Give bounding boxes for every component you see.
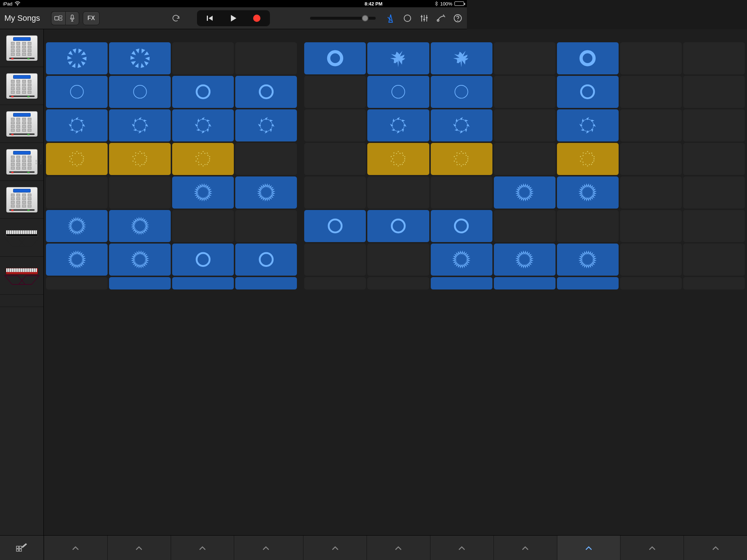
loop-cell[interactable] [304, 42, 366, 74]
svg-point-113 [405, 156, 405, 157]
loop-cell[interactable] [431, 244, 467, 276]
loop-cell[interactable] [109, 244, 171, 276]
empty-cell[interactable] [46, 176, 108, 209]
empty-cell[interactable] [367, 176, 429, 209]
settings-button[interactable] [436, 13, 446, 23]
loop-cell[interactable] [46, 109, 108, 141]
undo-button[interactable] [171, 13, 181, 23]
track-header[interactable] [0, 257, 43, 295]
svg-point-23 [260, 85, 272, 98]
svg-point-93 [209, 156, 210, 157]
mixer-button[interactable] [419, 13, 429, 23]
loop-cell[interactable] [172, 277, 234, 289]
loop-cell[interactable] [172, 76, 234, 108]
empty-cell[interactable] [235, 42, 297, 74]
loop-cell[interactable] [367, 109, 429, 141]
empty-cell[interactable] [431, 176, 467, 209]
loop-cell[interactable] [46, 143, 108, 175]
loop-cell[interactable] [235, 277, 297, 289]
empty-cell[interactable] [235, 143, 297, 175]
track-header[interactable] [0, 181, 43, 219]
battery-icon [454, 1, 464, 6]
svg-point-42 [72, 162, 73, 163]
loop-cell[interactable] [235, 176, 297, 209]
empty-cell[interactable] [304, 277, 366, 289]
loop-cell[interactable] [367, 42, 429, 74]
svg-point-55 [146, 161, 147, 162]
loop-cell[interactable] [304, 210, 366, 242]
empty-cell[interactable] [304, 143, 366, 175]
help-button[interactable] [453, 13, 462, 23]
svg-point-65 [132, 156, 133, 157]
svg-rect-13 [426, 17, 428, 18]
loop-cell[interactable] [46, 76, 108, 108]
track-header[interactable] [0, 67, 43, 105]
loop-cell[interactable] [109, 210, 171, 242]
loop-button[interactable] [403, 13, 412, 23]
loop-cell[interactable] [46, 42, 108, 74]
loop-cell[interactable] [172, 176, 234, 209]
browser-button[interactable] [51, 11, 65, 25]
track-header[interactable]: ⋮⋮ [0, 143, 43, 181]
svg-point-84 [197, 159, 198, 159]
svg-point-128 [459, 153, 460, 154]
svg-point-22 [197, 85, 209, 98]
loop-cell[interactable] [431, 210, 467, 242]
empty-cell[interactable] [304, 176, 366, 209]
record-button[interactable] [245, 12, 268, 25]
svg-point-126 [457, 155, 457, 156]
loop-cell[interactable] [367, 76, 429, 108]
empty-cell[interactable] [367, 277, 429, 289]
loop-cell[interactable] [46, 210, 108, 242]
svg-rect-5 [207, 16, 208, 21]
back-button[interactable]: My Songs [4, 13, 40, 23]
play-button[interactable] [222, 12, 245, 25]
playhead-knob[interactable] [362, 15, 368, 22]
loop-cell[interactable] [431, 109, 467, 141]
track-header[interactable] [0, 105, 43, 143]
svg-point-38 [78, 164, 79, 165]
toolbar: My Songs FX [0, 7, 467, 29]
empty-cell[interactable] [109, 176, 171, 209]
empty-cell[interactable] [235, 210, 297, 242]
loop-cell[interactable] [109, 143, 171, 175]
track-header[interactable] [0, 29, 43, 67]
loop-cell[interactable] [431, 143, 467, 175]
loop-cell[interactable] [431, 277, 467, 289]
loop-cell[interactable] [109, 76, 171, 108]
loop-cell[interactable] [172, 109, 234, 141]
metronome-button[interactable] [386, 13, 395, 23]
loop-cell[interactable] [109, 42, 171, 74]
playhead-scrubber[interactable] [310, 17, 376, 20]
loop-cell[interactable] [431, 42, 467, 74]
svg-point-61 [135, 164, 136, 165]
loop-cell[interactable] [235, 76, 297, 108]
empty-cell[interactable] [304, 76, 366, 108]
loop-cell[interactable] [46, 244, 108, 276]
loop-cell[interactable] [367, 143, 429, 175]
empty-cell[interactable] [172, 42, 234, 74]
empty-cell[interactable] [172, 210, 234, 242]
track-header[interactable] [0, 219, 43, 257]
svg-point-72 [144, 155, 145, 156]
go-to-start-button[interactable] [198, 12, 222, 25]
loop-cell[interactable] [172, 143, 234, 175]
svg-point-156 [455, 219, 467, 232]
microphone-button[interactable] [65, 11, 79, 25]
loop-cell[interactable] [431, 76, 467, 108]
loop-cell[interactable] [172, 244, 234, 276]
svg-point-112 [403, 155, 403, 156]
svg-point-119 [461, 166, 462, 166]
loop-cell[interactable] [235, 109, 297, 141]
empty-cell[interactable] [46, 277, 108, 289]
loop-cell[interactable] [235, 244, 297, 276]
loop-cell[interactable] [367, 210, 429, 242]
fx-button[interactable]: FX [83, 11, 100, 25]
empty-cell[interactable] [304, 244, 366, 276]
empty-cell[interactable] [304, 109, 366, 141]
track-header[interactable] [0, 295, 43, 307]
loop-cell[interactable] [109, 277, 171, 289]
svg-point-69 [140, 151, 140, 152]
empty-cell[interactable] [367, 244, 429, 276]
loop-cell[interactable] [109, 109, 171, 141]
